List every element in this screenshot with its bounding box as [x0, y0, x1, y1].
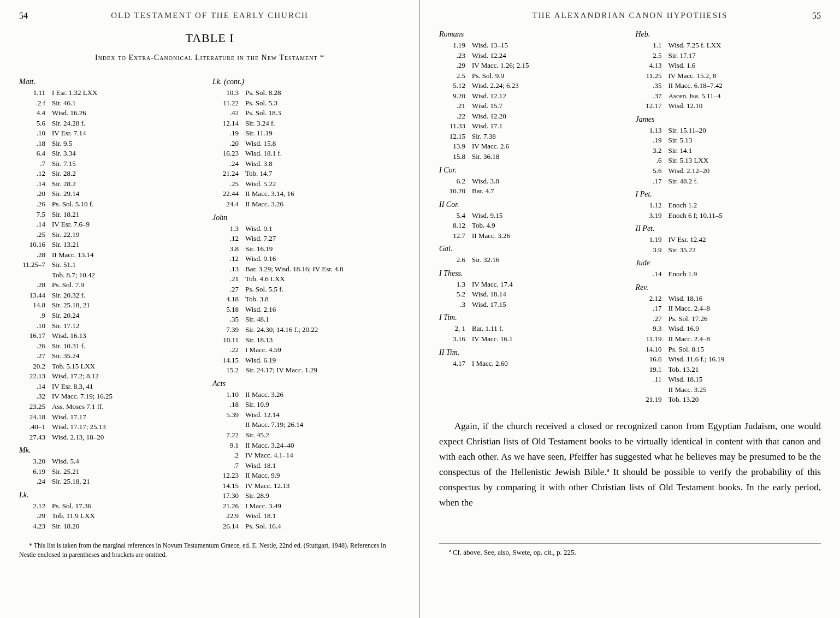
- reference-text: Wisd. 2.24; 6.23: [472, 81, 625, 91]
- index-entry: 1.13Sir. 15.11–20: [636, 126, 821, 135]
- book-heading: Jude: [636, 259, 821, 268]
- index-entry: .2 fSir. 46.1: [19, 98, 207, 108]
- index-entry: 10.16Sir. 13.21: [19, 240, 207, 249]
- index-entry: 14.8Sir. 25.18, 21: [19, 300, 207, 310]
- reference-text: IV Macc. 15.2, 8: [669, 71, 821, 81]
- reference-text: Ps. Sol. 8.15: [669, 344, 821, 354]
- reference-text: II Macc. 6.18–7.42: [669, 81, 821, 91]
- verse-number: 12.15: [439, 132, 472, 141]
- reference-text: Sir. 11.19: [245, 128, 400, 138]
- reference-text: II Macc. 2.4–8: [669, 334, 821, 344]
- verse-number: .10: [19, 128, 52, 138]
- verse-number: 15.2: [212, 365, 245, 375]
- footnote-right: ª Cf. above. See, also, Swete, op. cit.,…: [439, 543, 821, 557]
- verse-number: 20.2: [19, 361, 52, 371]
- reference-text: IV Macc. 1.26; 2.15: [472, 61, 625, 70]
- index-entry: 3.9Sir. 35.22: [636, 245, 821, 255]
- index-entry: 11.33Wisd. 17.1: [439, 121, 625, 131]
- reference-text: Sir. 24.28 f.: [52, 118, 207, 128]
- reference-text: Tob. 14.7: [245, 169, 400, 179]
- book-heading: Matt.: [19, 78, 207, 86]
- index-entry: .12Wisd. 9.16: [212, 254, 400, 264]
- verse-number: .32: [19, 391, 52, 401]
- index-entry: .3Wisd. 17.15: [439, 300, 625, 310]
- verse-number: 16.23: [212, 148, 245, 158]
- index-entry: 9.20Wisd. 12.12: [439, 91, 625, 101]
- verse-number: 26.14: [212, 521, 245, 531]
- verse-number: .29: [19, 511, 52, 521]
- index-entry: .11Wisd. 18.15: [636, 375, 821, 384]
- verse-number: 2, 1: [439, 324, 472, 334]
- index-entry: .22Wisd. 12.20: [439, 111, 625, 121]
- reference-text: Sir. 20.24: [52, 311, 207, 320]
- table-title: TABLE I: [19, 31, 400, 45]
- index-entry: 11.22Ps. Sol. 5.3: [212, 98, 400, 108]
- verse-number: 12.14: [212, 118, 245, 128]
- index-entry: 2.5Ps. Sol. 9.9: [439, 71, 625, 81]
- reference-text: Sir. 18.20: [52, 521, 207, 531]
- reference-text: IV Macc. 4.1–14: [245, 450, 400, 460]
- reference-text: IV Esr. 12.42: [669, 235, 821, 245]
- verse-number: 1.10: [212, 390, 245, 400]
- reference-text: Ps. Sol. 16.4: [245, 521, 400, 531]
- reference-text: Enoch 1.9: [669, 269, 821, 279]
- index-entry: 6.2Wisd. 3.8: [439, 176, 625, 186]
- verse-number: .22: [439, 111, 472, 121]
- index-entry: .6Sir. 5.13 LXX: [636, 156, 821, 165]
- verse-number: .27: [212, 284, 245, 294]
- verse-number: 11.25–7: [19, 260, 52, 270]
- verse-number: 13.44: [19, 290, 52, 300]
- reference-text: Sir. 28.2: [52, 169, 207, 179]
- book-heading: John: [212, 213, 400, 222]
- reference-text: Wisd. 7.25 f. LXX: [669, 40, 821, 50]
- reference-text: Ass. Moses 7.1 ff.: [52, 402, 207, 412]
- index-entry: 1.3IV Macc. 17.4: [439, 280, 625, 289]
- verse-number: .18: [19, 139, 52, 148]
- index-entry: 4.23Sir. 18.20: [19, 521, 207, 531]
- verse-number: 14.8: [19, 300, 52, 310]
- verse-number: 22.44: [212, 189, 245, 199]
- index-entry: 12.14Sir. 3.24 f.: [212, 118, 400, 128]
- index-entry: 13.9IV Macc. 2.6: [439, 141, 625, 151]
- verse-number: 10.11: [212, 335, 245, 345]
- reference-text: Sir. 25.18, 21: [52, 477, 207, 486]
- verse-number: 1.3: [439, 280, 472, 289]
- reference-text: Sir. 9.5: [52, 139, 207, 148]
- verse-number: .22: [212, 345, 245, 355]
- index-entry: .40–1Wisd. 17.17; 25.13: [19, 422, 207, 432]
- book-heading: Lk.: [19, 491, 207, 500]
- verse-number: 4.13: [636, 61, 669, 70]
- verse-number: 11.22: [212, 98, 245, 108]
- reference-text: Sir. 13.21: [52, 240, 207, 249]
- reference-text: II Macc. 3.14, 16: [245, 189, 400, 199]
- index-entry: Tob. 8.7; 10.42: [19, 270, 207, 280]
- index-entry: 1.10II Macc. 3.26: [212, 390, 400, 400]
- index-entry: 26.14Ps. Sol. 16.4: [212, 521, 400, 531]
- index-entry: 10.11Sir. 18.13: [212, 335, 400, 345]
- index-entry: 15.2Sir. 24.17; IV Macc. 1.29: [212, 365, 400, 375]
- reference-text: Wisd. 3.8: [245, 159, 400, 169]
- reference-text: Sir. 18.13: [245, 335, 400, 345]
- index-entry: 4.17I Macc. 2.60: [439, 359, 625, 369]
- index-entry: 12.7II Macc. 3.26: [439, 231, 625, 241]
- verse-number: .35: [212, 314, 245, 324]
- index-entry: 7.22Sir. 45.2: [212, 430, 400, 440]
- verse-number: 1.12: [636, 200, 669, 210]
- index-entry: 14.10Ps. Sol. 8.15: [636, 344, 821, 354]
- reference-text: Tob. 13.20: [669, 395, 821, 405]
- reference-text: Sir. 25.18, 21: [52, 300, 207, 310]
- book-heading: Acts: [212, 379, 400, 388]
- index-entry: .22I Macc. 4.59: [212, 345, 400, 355]
- book-heading: II Cor.: [439, 200, 625, 209]
- reference-text: Ps. Sol. 5.5 f.: [245, 284, 400, 294]
- verse-number: .26: [19, 341, 52, 351]
- reference-text: Sir. 22.19: [52, 230, 207, 240]
- index-entry: .21Tob. 4.6 LXX: [212, 274, 400, 284]
- reference-text: Wisd. 18.14: [472, 289, 625, 299]
- index-entry: .19Sir. 11.19: [212, 128, 400, 138]
- index-entry: .26Sir. 10.31 f.: [19, 341, 207, 351]
- index-entry: 3.16IV Macc. 16.1: [439, 334, 625, 344]
- index-entry: .21Wisd. 15.7: [439, 101, 625, 111]
- index-entry: .19Sir. 5.13: [636, 135, 821, 145]
- index-entry: .35II Macc. 6.18–7.42: [636, 81, 821, 91]
